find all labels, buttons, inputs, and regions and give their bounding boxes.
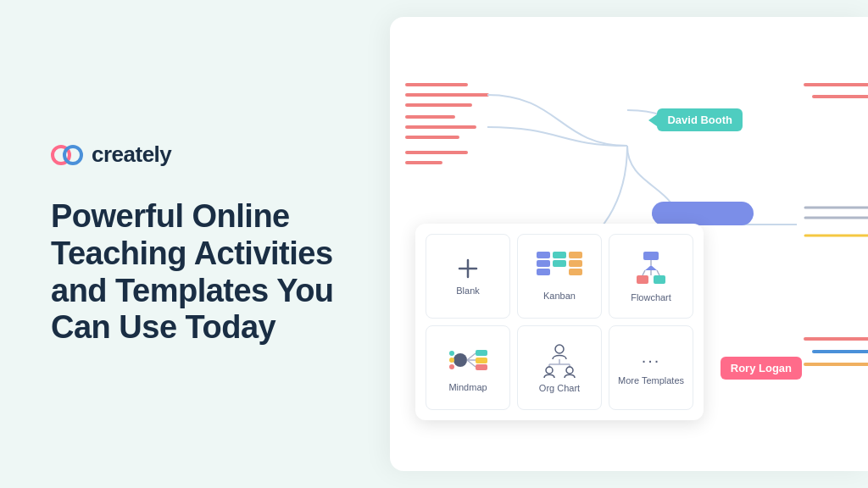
headline-line3: and Templates You <box>51 273 334 308</box>
blank-label: Blank <box>456 286 480 296</box>
kanban-label: Kanban <box>543 291 576 301</box>
svg-point-45 <box>566 367 573 374</box>
svg-rect-33 <box>476 358 487 363</box>
svg-rect-34 <box>476 364 487 370</box>
logo-area: creately <box>51 141 348 168</box>
logo-text: creately <box>92 141 171 168</box>
svg-rect-20 <box>643 252 659 260</box>
orgchart-icon <box>538 342 581 378</box>
rory-logan-label: Rory Logan <box>721 357 802 380</box>
svg-point-44 <box>546 367 553 374</box>
rory-logan-text: Rory Logan <box>731 362 792 374</box>
template-orgchart[interactable]: Org Chart <box>517 325 602 410</box>
template-grid: Blank Kanban <box>415 224 704 420</box>
template-kanban[interactable]: Kanban <box>517 234 602 319</box>
blue-pill-shape <box>652 202 754 225</box>
svg-point-36 <box>449 358 454 363</box>
svg-rect-25 <box>654 275 665 284</box>
orgchart-label: Org Chart <box>539 383 580 393</box>
more-label: More Templates <box>618 375 684 385</box>
david-booth-text: David Booth <box>667 114 732 126</box>
svg-line-27 <box>657 270 659 275</box>
david-booth-label: David Booth <box>657 108 743 131</box>
more-dots-icon: ··· <box>642 351 661 370</box>
svg-line-26 <box>643 270 645 275</box>
headline-line1: Powerful Online <box>51 198 290 234</box>
svg-rect-24 <box>637 275 648 284</box>
template-flowchart[interactable]: Flowchart <box>609 234 693 319</box>
plus-icon <box>456 257 480 280</box>
svg-point-28 <box>453 353 467 367</box>
headline: Powerful Online Teaching Activities and … <box>51 198 348 347</box>
svg-point-39 <box>555 345 564 353</box>
headline-line2: Teaching Activities <box>51 236 333 271</box>
svg-line-31 <box>467 360 476 367</box>
headline-line4: Can Use Today <box>51 309 275 345</box>
kanban-icon <box>537 252 582 286</box>
right-panel: David Booth Rory Logan Blank <box>390 17 868 471</box>
flowchart-label: Flowchart <box>631 292 671 302</box>
svg-marker-22 <box>645 265 657 270</box>
svg-point-1 <box>64 147 81 164</box>
svg-point-35 <box>449 351 454 356</box>
template-blank[interactable]: Blank <box>426 234 510 319</box>
svg-point-37 <box>449 364 454 369</box>
left-panel: creately Powerful Online Teaching Activi… <box>0 0 390 488</box>
template-mindmap[interactable]: Mindmap <box>426 325 510 410</box>
svg-line-29 <box>467 353 476 360</box>
template-more[interactable]: ··· More Templates <box>609 325 693 410</box>
creately-logo-icon <box>51 143 83 167</box>
mindmap-icon <box>445 343 491 377</box>
flowchart-icon <box>630 250 672 287</box>
mindmap-label: Mindmap <box>448 382 487 392</box>
svg-rect-32 <box>476 350 487 356</box>
